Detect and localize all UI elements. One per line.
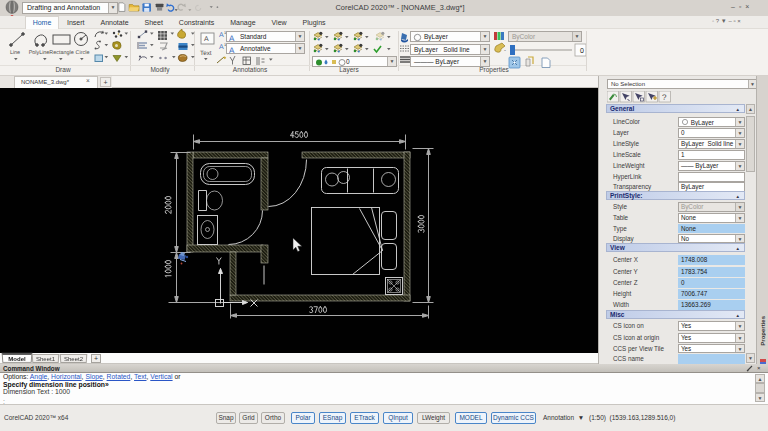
svg-text:PolyLine: PolyLine bbox=[29, 50, 50, 56]
svg-text:A: A bbox=[204, 36, 209, 43]
svg-text:Text: Text bbox=[200, 50, 212, 57]
svg-text:Circle: Circle bbox=[76, 50, 90, 56]
svg-text:A: A bbox=[229, 34, 235, 42]
svg-text:Rectangle: Rectangle bbox=[49, 50, 73, 56]
svg-text:Line: Line bbox=[10, 50, 20, 56]
svg-text:?: ? bbox=[662, 93, 667, 102]
svg-text:-: - bbox=[504, 48, 506, 54]
svg-text:0: 0 bbox=[580, 48, 584, 55]
svg-text:A: A bbox=[229, 46, 235, 54]
